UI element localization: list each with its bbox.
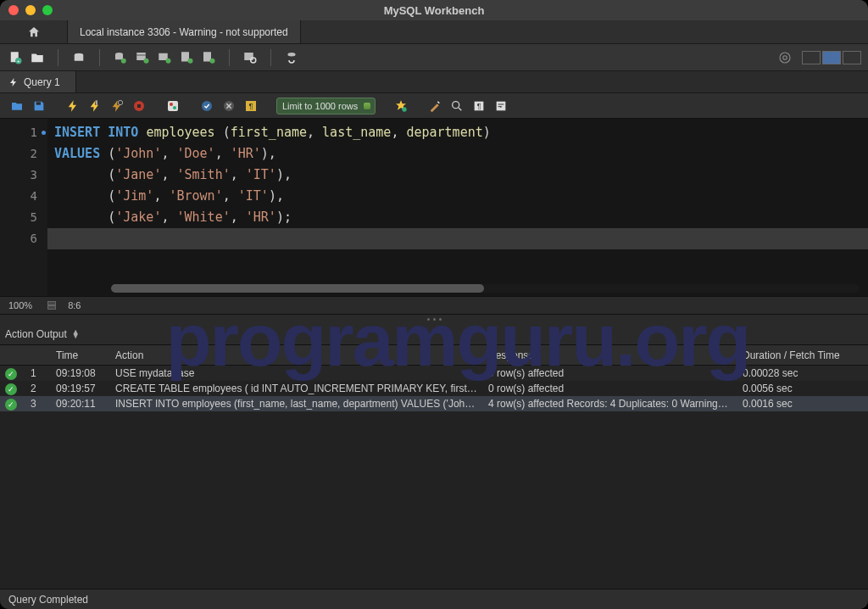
reconnect-icon[interactable] <box>283 49 300 66</box>
chevron-updown-icon: ▲▼ <box>72 330 80 338</box>
beautify-icon[interactable] <box>426 98 443 115</box>
output-type-label: Action Output <box>5 328 67 340</box>
svg-point-35 <box>453 101 459 108</box>
create-schema-icon[interactable] <box>112 49 129 66</box>
create-table-icon[interactable] <box>134 49 151 66</box>
search-table-icon[interactable] <box>242 49 259 66</box>
code-line[interactable] <box>47 228 868 249</box>
query-tab-label: Query 1 <box>24 76 60 88</box>
svg-point-30 <box>202 101 212 111</box>
titlebar: MySQL Workbench <box>0 0 868 20</box>
svg-point-34 <box>403 107 407 111</box>
svg-point-28 <box>170 103 173 106</box>
svg-rect-27 <box>168 101 178 111</box>
output-type-select[interactable]: Action Output ▲▼ <box>5 328 80 340</box>
svg-point-14 <box>188 58 193 63</box>
sql-editor[interactable]: 123456 INSERT INTO employees (first_name… <box>0 119 868 296</box>
code-line[interactable]: INSERT INTO employees (first_name, last_… <box>47 122 868 143</box>
editor-status-bar: 100% 8:6 <box>0 296 868 315</box>
svg-point-29 <box>173 106 176 109</box>
code-line[interactable]: VALUES ('John', 'Doe', 'HR'), <box>47 143 868 165</box>
status-text: Query Completed <box>8 594 88 606</box>
zoom-level: 100% <box>8 300 32 310</box>
connection-tab-label: Local instance 3306 - Warning - not supp… <box>80 26 288 38</box>
svg-text:+: + <box>17 59 20 64</box>
execute-icon[interactable] <box>64 98 81 115</box>
bottom-panel-toggle[interactable] <box>822 51 841 64</box>
zoom-stepper[interactable] <box>47 301 56 310</box>
row-limit-select[interactable]: Limit to 1000 rows <box>276 98 376 115</box>
svg-line-36 <box>459 108 461 110</box>
explain-icon[interactable] <box>108 98 125 115</box>
query-tab-row: Query 1 <box>0 71 868 93</box>
svg-rect-23 <box>96 100 97 104</box>
open-sql-file-icon[interactable] <box>29 49 46 66</box>
output-header: Action Output ▲▼ <box>0 323 868 345</box>
rollback-icon[interactable] <box>220 98 237 115</box>
execute-current-icon[interactable] <box>86 98 103 115</box>
col-response: Response <box>483 349 737 361</box>
minimize-window-button[interactable] <box>25 5 36 15</box>
settings-gear-icon[interactable] <box>776 49 793 66</box>
inspector-icon[interactable] <box>70 49 87 66</box>
toggle-whitespace-icon[interactable]: ¶ <box>242 98 259 115</box>
window-controls <box>8 5 53 15</box>
code-line[interactable]: ('Jake', 'White', 'HR'); <box>47 207 868 228</box>
svg-rect-6 <box>115 54 123 59</box>
app-title: MySQL Workbench <box>0 4 868 17</box>
find-icon[interactable] <box>448 98 465 115</box>
scrollbar-thumb[interactable] <box>111 284 484 293</box>
app-window: MySQL Workbench Local instance 3306 - Wa… <box>0 0 868 609</box>
svg-point-21 <box>783 55 787 59</box>
connection-tab-row: Local instance 3306 - Warning - not supp… <box>0 20 868 44</box>
svg-rect-15 <box>203 52 211 61</box>
splitter[interactable] <box>0 315 868 323</box>
right-panel-toggle[interactable] <box>843 51 861 64</box>
open-file-icon[interactable] <box>8 98 25 115</box>
code-area[interactable]: INSERT INTO employees (first_name, last_… <box>47 119 868 296</box>
success-icon <box>5 399 17 411</box>
code-line[interactable]: ('Jane', 'Smith', 'IT'), <box>47 165 868 186</box>
success-icon <box>5 383 17 395</box>
favorite-icon[interactable] <box>392 98 409 115</box>
invisible-chars-icon[interactable]: ¶ <box>470 98 487 115</box>
horizontal-scrollbar[interactable] <box>111 284 860 293</box>
svg-point-10 <box>144 58 149 63</box>
svg-rect-39 <box>497 101 506 110</box>
zoom-window-button[interactable] <box>42 5 53 15</box>
stop-icon[interactable] <box>131 98 147 115</box>
output-row[interactable]: 309:20:11INSERT INTO employees (first_na… <box>0 396 868 411</box>
svg-rect-11 <box>159 53 168 59</box>
code-line[interactable]: ('Jim', 'Brown', 'IT'), <box>47 186 868 207</box>
svg-point-7 <box>121 58 126 63</box>
line-gutter: 123456 <box>0 119 47 296</box>
commit-icon[interactable] <box>198 98 215 115</box>
status-bar: Query Completed <box>0 589 868 609</box>
connection-tab[interactable]: Local instance 3306 - Warning - not supp… <box>68 20 301 43</box>
left-panel-toggle[interactable] <box>802 51 821 64</box>
create-procedure-icon[interactable] <box>178 49 195 66</box>
col-duration: Duration / Fetch Time <box>737 349 868 361</box>
close-window-button[interactable] <box>8 5 19 15</box>
editor-toolbar: ¶ Limit to 1000 rows ¶ <box>0 93 868 119</box>
svg-text:¶: ¶ <box>477 102 481 110</box>
create-function-icon[interactable] <box>200 49 217 66</box>
row-limit-label: Limit to 1000 rows <box>282 101 358 111</box>
svg-rect-4 <box>75 55 84 61</box>
query-tab[interactable]: Query 1 <box>0 71 76 92</box>
bolt-icon <box>8 77 19 87</box>
new-sql-file-icon[interactable]: + <box>7 49 24 66</box>
svg-point-20 <box>780 53 790 63</box>
panel-toggle-group <box>802 51 861 64</box>
svg-rect-22 <box>36 102 41 104</box>
output-row[interactable]: 109:19:08USE mydatabase0 row(s) affected… <box>0 366 868 381</box>
home-tab[interactable] <box>0 20 68 43</box>
cursor-position: 8:6 <box>68 300 81 310</box>
svg-point-19 <box>288 53 296 57</box>
save-file-icon[interactable] <box>31 98 47 115</box>
create-view-icon[interactable] <box>156 49 173 66</box>
wrap-icon[interactable] <box>492 98 509 115</box>
col-action: Action <box>110 349 483 361</box>
output-row[interactable]: 209:19:57CREATE TABLE employees ( id INT… <box>0 381 868 396</box>
toggle-autocommit-icon[interactable] <box>164 98 181 115</box>
